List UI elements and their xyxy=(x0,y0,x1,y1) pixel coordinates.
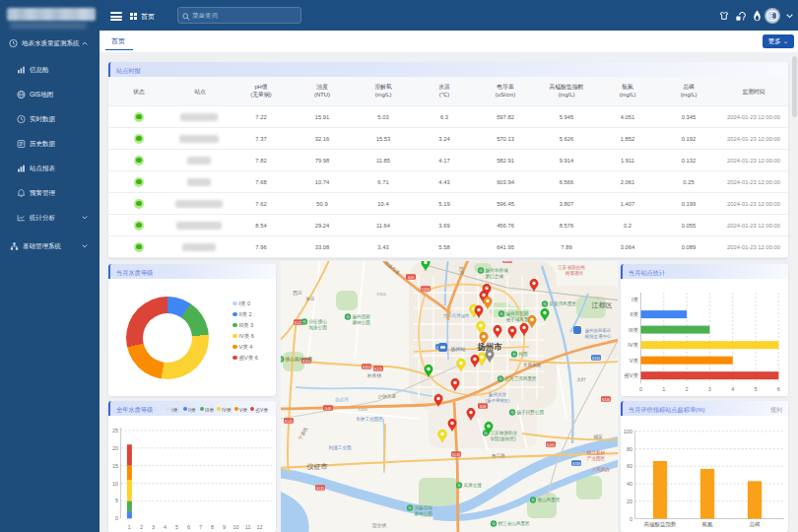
svg-text:森林公园: 森林公园 xyxy=(353,320,370,326)
svg-text:S353: S353 xyxy=(363,366,370,369)
svg-text:Ⓠ: Ⓠ xyxy=(346,315,350,319)
svg-text:启扬高速: 启扬高速 xyxy=(383,261,401,276)
svg-text:仪征市: 仪征市 xyxy=(307,462,328,471)
svg-text:X306: X306 xyxy=(376,292,386,297)
svg-text:S125: S125 xyxy=(285,420,293,424)
svg-text:6: 6 xyxy=(777,386,780,392)
svg-text:高锰酸盐指数: 高锰酸盐指数 xyxy=(644,521,678,528)
svg-text:氨氮: 氨氮 xyxy=(702,521,714,527)
svg-text:2: 2 xyxy=(140,524,143,530)
svg-text:III类: III类 xyxy=(629,327,639,333)
svg-text:瓜洲古渡: 瓜洲古渡 xyxy=(464,483,483,489)
svg-text:0: 0 xyxy=(639,386,642,392)
svg-text:稽安: 稽安 xyxy=(593,433,603,440)
svg-text:捺山森林公园: 捺山森林公园 xyxy=(285,356,313,363)
svg-text:6: 6 xyxy=(187,524,190,530)
svg-text:S49: S49 xyxy=(408,276,414,280)
svg-text:Ⓠ: Ⓠ xyxy=(499,312,503,316)
svg-text:S243: S243 xyxy=(503,261,511,263)
svg-text:9: 9 xyxy=(223,524,226,530)
svg-text:11: 11 xyxy=(245,524,251,530)
svg-text:1: 1 xyxy=(662,386,665,392)
svg-text:40: 40 xyxy=(627,481,632,487)
svg-text:20: 20 xyxy=(627,499,632,504)
svg-text:S336: S336 xyxy=(602,398,610,402)
svg-text:5: 5 xyxy=(175,524,178,530)
svg-text:25: 25 xyxy=(112,428,118,433)
svg-text:S338: S338 xyxy=(572,462,580,466)
svg-text:G40: G40 xyxy=(325,407,332,411)
svg-text:产业园区: 产业园区 xyxy=(587,456,606,462)
svg-text:Ⓠ: Ⓠ xyxy=(499,377,502,381)
svg-text:I类: I类 xyxy=(632,297,639,302)
svg-text:利涌工业园: 利涌工业园 xyxy=(329,444,352,451)
svg-text:80: 80 xyxy=(627,446,632,452)
svg-text:0: 0 xyxy=(115,515,118,521)
svg-text:2: 2 xyxy=(686,386,689,392)
svg-text:吉运河: 吉运河 xyxy=(335,397,349,402)
svg-text:Ⓠ: Ⓠ xyxy=(531,499,535,502)
svg-text:IV类: IV类 xyxy=(628,342,638,348)
svg-text:江都区: 江都区 xyxy=(592,301,613,309)
svg-text:3: 3 xyxy=(708,386,711,392)
svg-text:沪陕高速: 沪陕高速 xyxy=(378,393,397,400)
svg-text:20: 20 xyxy=(112,445,118,451)
svg-text:朱庄: 朱庄 xyxy=(305,296,315,301)
svg-text:Ⓠ: Ⓠ xyxy=(492,522,496,526)
svg-text:江苏省邵伯闸: 江苏省邵伯闸 xyxy=(558,264,585,271)
svg-text:4: 4 xyxy=(164,524,166,530)
svg-text:扬州站: 扬州站 xyxy=(451,346,466,353)
svg-text:宁通线: 宁通线 xyxy=(297,426,308,440)
svg-text:S125: S125 xyxy=(316,487,324,491)
svg-text:春江路: 春江路 xyxy=(492,453,505,458)
svg-text:Ⓠ: Ⓠ xyxy=(479,269,483,273)
svg-text:S336: S336 xyxy=(592,357,600,361)
svg-text:总磷: 总磷 xyxy=(749,521,762,527)
svg-text:华旗工业园区: 华旗工业园区 xyxy=(356,416,383,423)
svg-text:镇江金山风景区: 镇江金山风景区 xyxy=(498,521,531,526)
svg-text:II类: II类 xyxy=(630,311,638,317)
svg-text:4: 4 xyxy=(731,386,734,392)
svg-text:100: 100 xyxy=(624,429,632,434)
svg-text:学院(新校区): 学院(新校区) xyxy=(491,435,516,442)
svg-text:60: 60 xyxy=(627,463,632,469)
svg-text:12: 12 xyxy=(257,524,263,530)
svg-text:5: 5 xyxy=(115,498,118,503)
svg-text:5: 5 xyxy=(754,386,757,392)
svg-text:X306: X306 xyxy=(422,288,430,292)
svg-text:运河三湾风景区: 运河三湾风景区 xyxy=(504,376,538,381)
svg-text:S248: S248 xyxy=(452,453,460,457)
svg-text:朴席镇: 朴席镇 xyxy=(366,372,382,378)
svg-text:焦山风景区: 焦山风景区 xyxy=(538,498,561,502)
svg-text:15: 15 xyxy=(112,463,118,469)
svg-text:西庄: 西庄 xyxy=(293,290,302,296)
svg-text:V类: V类 xyxy=(630,358,639,364)
svg-text:大叶: 大叶 xyxy=(576,377,586,382)
svg-text:Ⓠ: Ⓠ xyxy=(302,320,306,324)
svg-text:Ⓠ: Ⓠ xyxy=(512,353,516,357)
svg-text:3: 3 xyxy=(152,524,155,530)
svg-text:1: 1 xyxy=(128,524,131,530)
svg-text:枢纽交通中心: 枢纽交通中心 xyxy=(584,333,612,339)
svg-text:闸管理所: 闸管理所 xyxy=(565,270,584,277)
svg-text:K205: K205 xyxy=(547,443,555,447)
svg-text:10: 10 xyxy=(112,481,118,487)
svg-text:Ⓠ: Ⓠ xyxy=(510,411,514,415)
svg-text:Ⓠ: Ⓠ xyxy=(408,506,412,510)
svg-text:7: 7 xyxy=(199,524,202,530)
svg-text:S28: S28 xyxy=(480,405,486,409)
svg-text:Ⓠ: Ⓠ xyxy=(543,302,547,306)
svg-text:营业镇: 营业镇 xyxy=(372,523,387,528)
svg-text:10: 10 xyxy=(233,524,239,530)
svg-text:0: 0 xyxy=(630,516,632,522)
svg-text:8: 8 xyxy=(211,524,214,530)
svg-text:X306: X306 xyxy=(358,407,367,412)
svg-text:S125: S125 xyxy=(374,367,382,371)
svg-text:Ⓠ: Ⓠ xyxy=(457,484,461,488)
svg-text:劣V类: 劣V类 xyxy=(624,372,638,379)
